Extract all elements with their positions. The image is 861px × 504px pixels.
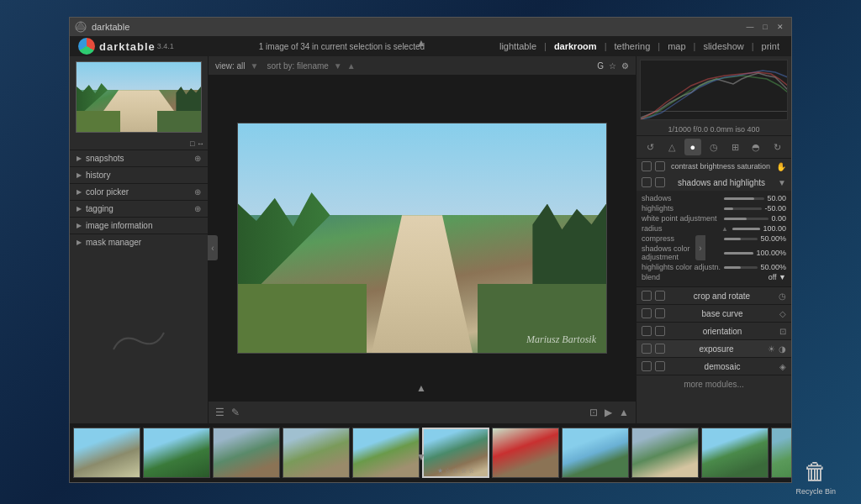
- dm-toggle-2[interactable]: [655, 361, 665, 371]
- section-color-picker-label: color picker: [86, 187, 129, 197]
- section-snapshots-header[interactable]: ▶ snapshots ⊕: [70, 150, 208, 166]
- radius-slider[interactable]: [732, 228, 761, 230]
- image-view: Mariusz Bartosik: [209, 75, 636, 402]
- active-module-icon[interactable]: ●: [684, 139, 701, 155]
- app-logo: [78, 38, 95, 55]
- play-icon[interactable]: ▶: [605, 407, 612, 418]
- section-color-picker-header[interactable]: ▶ color picker ⊕: [70, 184, 208, 200]
- section-history-label: history: [86, 171, 110, 180]
- module-toggle-1[interactable]: [642, 161, 652, 171]
- demosaic-title: demosaic: [668, 362, 776, 371]
- ex-toggle-2[interactable]: [655, 344, 665, 354]
- section-image-info-header[interactable]: ▶ image information: [70, 218, 208, 234]
- nav-print[interactable]: print: [758, 39, 783, 53]
- compress-value: 50.00%: [760, 234, 786, 243]
- demosaic-header[interactable]: demosaic ◈: [637, 358, 791, 375]
- or-toggle-1[interactable]: [642, 326, 652, 336]
- module-toggle-2[interactable]: [655, 161, 665, 171]
- shadows-slider[interactable]: [724, 197, 764, 200]
- bc-toggle-2[interactable]: [655, 308, 665, 318]
- filmstrip-nav-down[interactable]: ▼: [416, 451, 426, 463]
- film-thumb-1[interactable]: [73, 428, 140, 478]
- right-panel-collapse[interactable]: ›: [695, 235, 705, 260]
- film-thumb-8[interactable]: [562, 428, 629, 478]
- shadows-highlights-header[interactable]: shadows and highlights ▼: [637, 174, 791, 191]
- left-panel-collapse[interactable]: ‹: [208, 235, 218, 260]
- history-icon[interactable]: ⊞: [726, 139, 743, 155]
- reset-icon[interactable]: ↺: [642, 139, 659, 155]
- film-thumb-4[interactable]: [283, 428, 350, 478]
- maximize-button[interactable]: □: [759, 21, 771, 33]
- settings-icon[interactable]: ⚙: [621, 61, 629, 71]
- bc-toggle-1[interactable]: [642, 308, 652, 318]
- section-tagging-label: tagging: [86, 204, 114, 213]
- film-thumb-3[interactable]: [213, 428, 280, 478]
- nav-darkroom[interactable]: darkroom: [551, 39, 600, 53]
- film-thumb-9[interactable]: [631, 428, 699, 478]
- tagging-add-icon[interactable]: ⊕: [194, 204, 201, 213]
- ex-toggle-1[interactable]: [642, 344, 652, 354]
- title-bar: darktable — □ ✕: [70, 18, 791, 36]
- orientation-header[interactable]: orientation ⊡: [637, 323, 791, 339]
- film-thumb-10[interactable]: [701, 428, 769, 478]
- copy-icon[interactable]: ⊡: [589, 407, 598, 418]
- crop-rotate-header[interactable]: crop and rotate ◷: [637, 287, 791, 304]
- compress-slider[interactable]: [724, 238, 758, 240]
- filmstrip-nav-up[interactable]: ▲: [416, 382, 426, 394]
- film-thumb-7[interactable]: [492, 428, 559, 478]
- nav-map[interactable]: map: [664, 39, 689, 53]
- whitepoint-slider[interactable]: [724, 218, 769, 220]
- or-toggle-2[interactable]: [655, 326, 665, 336]
- contrast-label: contrast brightness saturation: [668, 162, 773, 171]
- main-photo[interactable]: Mariusz Bartosik: [237, 123, 607, 354]
- arrow-icon: ▶: [77, 171, 82, 179]
- film-thumb-6-active[interactable]: ★ ☆ ☆ ☆ ☆: [422, 428, 489, 478]
- correct-icon[interactable]: ◓: [747, 139, 764, 155]
- minimize-button[interactable]: —: [744, 21, 756, 33]
- zoom-value[interactable]: □ ↔: [190, 139, 204, 148]
- highlights-slider[interactable]: [724, 207, 762, 210]
- shadows-color-slider[interactable]: [724, 252, 753, 255]
- cr-toggle-2[interactable]: [655, 291, 665, 301]
- top-scroll-arrow[interactable]: ▲: [416, 37, 426, 49]
- rating-g[interactable]: G: [597, 61, 604, 71]
- film-thumb-5[interactable]: [352, 428, 420, 478]
- hand-icon[interactable]: ✋: [776, 162, 786, 171]
- sh-expand-icon[interactable]: ▼: [778, 178, 786, 187]
- orientation-panel: orientation ⊡: [637, 323, 791, 340]
- nav-slideshow[interactable]: slideshow: [700, 39, 747, 53]
- sh-toggle-2[interactable]: [655, 177, 665, 187]
- highlights-color-slider[interactable]: [724, 266, 758, 269]
- cr-toggle-1[interactable]: [642, 291, 652, 301]
- film-thumb-2[interactable]: [143, 428, 210, 478]
- whitepoint-value: 0.00: [771, 214, 786, 223]
- export-icon[interactable]: ▲: [619, 407, 629, 418]
- star-icon[interactable]: ☆: [609, 61, 616, 71]
- nav-lighttable[interactable]: lighttable: [496, 39, 540, 53]
- more-modules-link[interactable]: more modules...: [637, 375, 791, 393]
- preview-thumbnail[interactable]: [76, 61, 202, 133]
- edit-icon[interactable]: ✎: [231, 407, 240, 418]
- snapshots-add-icon[interactable]: ⊕: [194, 154, 201, 163]
- film-thumb-11[interactable]: [771, 428, 791, 478]
- section-mask-manager-header[interactable]: ▶ mask manager: [70, 234, 208, 250]
- recycle-bin-label: Recycle Bin: [795, 487, 836, 496]
- sh-toggle-1[interactable]: [642, 177, 652, 187]
- base-curve-panel: base curve ◇: [637, 305, 791, 323]
- left-sidebar: □ ↔ ▶ snapshots ⊕ ▶ history ▶ color pick…: [70, 56, 209, 423]
- right-modules: shadows and highlights ▼ shadows 50.00 h…: [637, 174, 791, 423]
- section-history-header[interactable]: ▶ history: [70, 167, 208, 183]
- dm-toggle-1[interactable]: [642, 361, 652, 371]
- blend-value[interactable]: off ▼: [769, 273, 786, 281]
- exposure-header[interactable]: exposure ☀ ◑: [637, 340, 791, 357]
- section-tagging-header[interactable]: ▶ tagging ⊕: [70, 201, 208, 217]
- all-icon[interactable]: ◷: [705, 139, 722, 155]
- search2-icon[interactable]: ↻: [769, 139, 785, 155]
- color-picker-add-icon[interactable]: ⊕: [194, 187, 201, 197]
- filmstrip-icon[interactable]: ☰: [215, 407, 224, 418]
- recycle-bin[interactable]: 🗑 Recycle Bin: [795, 458, 836, 496]
- nav-tethering[interactable]: tethering: [610, 39, 653, 53]
- presets-icon[interactable]: △: [663, 139, 680, 155]
- close-button[interactable]: ✕: [774, 21, 786, 33]
- base-curve-header[interactable]: base curve ◇: [637, 305, 791, 322]
